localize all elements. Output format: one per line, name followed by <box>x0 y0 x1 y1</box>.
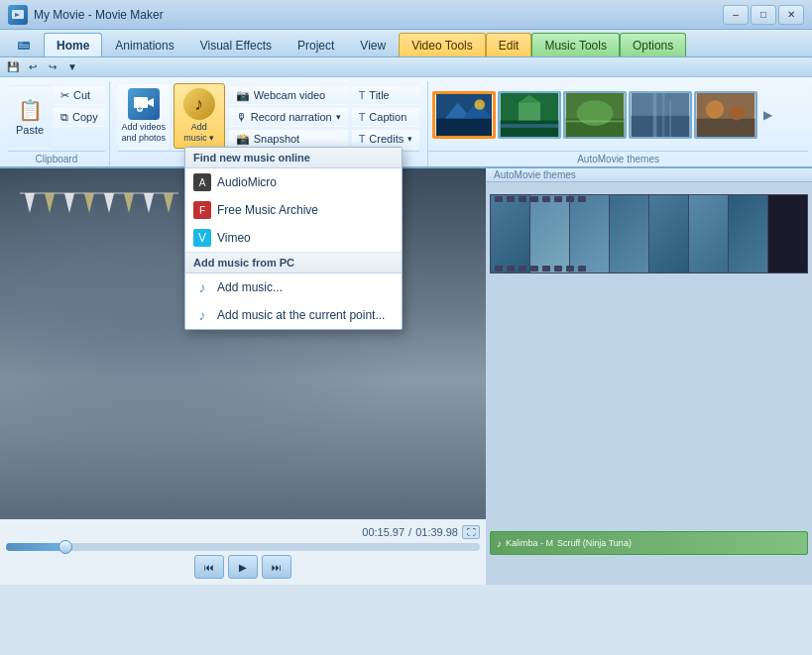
svg-rect-4 <box>19 45 29 46</box>
film-frame <box>610 195 649 273</box>
tab-edit[interactable]: Edit <box>486 33 532 56</box>
svg-rect-26 <box>632 116 690 137</box>
svg-rect-28 <box>662 93 665 137</box>
window-controls: – □ ✕ <box>723 5 804 25</box>
webcam-icon: 📷 <box>236 89 250 102</box>
sprocket-hole <box>507 196 515 202</box>
progress-bar[interactable] <box>6 543 480 551</box>
microphone-icon: 🎙 <box>236 111 247 123</box>
rewind-icon: ⏮ <box>204 562 214 573</box>
sprocket-hole <box>542 196 550 202</box>
copy-icon: ⧉ <box>60 111 68 124</box>
maximize-button[interactable]: □ <box>751 5 776 25</box>
add-music-button[interactable]: ♪ Addmusic ▾ <box>174 83 225 149</box>
sprocket-hole <box>495 266 503 272</box>
music-track-label2: Scruff (Ninja Tuna) <box>557 538 632 548</box>
svg-point-32 <box>706 100 724 118</box>
title-button[interactable]: T Title <box>352 85 420 105</box>
film-frame <box>530 195 570 273</box>
ribbon: 📋 Paste ✂ Cut ⧉ Copy Clipboard <box>0 77 812 168</box>
theme-thumb-4[interactable] <box>629 91 692 139</box>
sprocket-hole <box>530 266 538 272</box>
tab-video-tools[interactable]: Video Tools <box>399 33 486 56</box>
time-display: 00:15.97 / 01:39.98 ⛶ <box>6 525 480 539</box>
free-music-archive-item[interactable]: F Free Music Archive <box>185 196 402 224</box>
timeline-content: ♪ Kalimba - M Scruff (Ninja Tuna) <box>486 182 812 585</box>
tab-animations[interactable]: Animations <box>102 33 186 56</box>
snapshot-button[interactable]: 📸 Snapshot <box>229 129 348 149</box>
theme-thumb-5[interactable] <box>694 91 757 139</box>
webcam-video-button[interactable]: 📷 Webcam video <box>229 85 348 105</box>
add-music-label: Add music... <box>217 280 283 294</box>
tab-view[interactable]: View <box>347 33 399 56</box>
add-music-dropdown: Find new music online A AudioMicro F Fre… <box>184 147 403 330</box>
credits-button[interactable]: T Credits ▾ <box>352 129 420 149</box>
theme-thumb-3[interactable] <box>563 91 627 139</box>
find-music-online-header: Find new music online <box>185 148 402 168</box>
svg-rect-10 <box>139 107 140 111</box>
svg-rect-17 <box>501 121 559 138</box>
theme-thumb-2[interactable] <box>498 91 561 139</box>
save-quick-btn[interactable]: 💾 <box>4 58 22 76</box>
caption-icon: T <box>359 111 366 123</box>
add-videos-icon-graphic <box>128 88 160 120</box>
undo-btn[interactable]: ↩ <box>24 58 42 76</box>
svg-marker-38 <box>84 193 94 213</box>
add-music-item[interactable]: ♪ Add music... <box>185 273 402 301</box>
copy-button[interactable]: ⧉ Copy <box>54 107 105 127</box>
sprocket-hole <box>566 196 574 202</box>
svg-marker-7 <box>148 98 154 107</box>
close-button[interactable]: ✕ <box>778 5 804 25</box>
add-music-current-label: Add music at the current point... <box>217 308 385 322</box>
text-buttons-group: T Title T Caption T Credits ▾ <box>352 83 420 149</box>
quick-access-dropdown[interactable]: ▼ <box>63 58 81 76</box>
themes-scroll-right[interactable]: ▶ <box>759 91 775 139</box>
sprocket-hole <box>554 266 562 272</box>
minimize-button[interactable]: – <box>723 5 749 25</box>
fma-icon: F <box>193 201 211 219</box>
sprocket-hole <box>542 266 550 272</box>
svg-point-15 <box>475 99 486 110</box>
svg-rect-12 <box>436 119 492 137</box>
vimeo-icon: V <box>193 229 211 247</box>
fast-forward-icon: ⏭ <box>272 562 282 573</box>
add-music-icon: ♪ <box>183 88 215 120</box>
redo-btn[interactable]: ↪ <box>44 58 61 76</box>
caption-button[interactable]: T Caption <box>352 107 420 127</box>
add-music-from-pc-header: Add music from PC <box>185 253 402 273</box>
tab-project[interactable]: Project <box>285 33 347 56</box>
quick-access-toolbar: 💾 ↩ ↪ ▼ <box>0 57 812 77</box>
paste-button[interactable]: 📋 Paste <box>8 85 52 149</box>
svg-rect-24 <box>566 121 625 123</box>
progress-thumb[interactable] <box>58 540 72 554</box>
fma-label: Free Music Archive <box>217 203 318 217</box>
tab-visual-effects[interactable]: Visual Effects <box>187 33 285 56</box>
music-note-icon: ♪ <box>183 88 215 120</box>
vimeo-item[interactable]: V Vimeo <box>185 224 402 252</box>
fast-forward-button[interactable]: ⏭ <box>262 555 291 579</box>
cut-button[interactable]: ✂ Cut <box>54 85 105 105</box>
expand-button[interactable]: ⛶ <box>462 525 480 539</box>
svg-marker-37 <box>64 193 74 213</box>
svg-rect-29 <box>669 100 671 137</box>
theme-thumb-1[interactable] <box>432 91 496 139</box>
play-button[interactable]: ▶ <box>228 555 258 579</box>
tab-home[interactable]: Home <box>44 33 102 56</box>
svg-marker-35 <box>25 193 35 213</box>
tab-options[interactable]: Options <box>620 33 686 56</box>
svg-marker-40 <box>124 193 134 213</box>
svg-rect-27 <box>653 93 657 137</box>
tab-music-tools[interactable]: Music Tools <box>531 33 619 56</box>
vimeo-label: Vimeo <box>217 231 251 245</box>
svg-marker-36 <box>45 193 55 213</box>
add-music-current-point-item[interactable]: ♪ Add music at the current point... <box>185 301 402 329</box>
music-current-icon: ♪ <box>193 306 211 324</box>
record-narration-button[interactable]: 🎙 Record narration ▾ <box>229 107 348 127</box>
rewind-button[interactable]: ⏮ <box>194 555 224 579</box>
themes-group: ▶ AutoMovie themes <box>428 81 808 166</box>
sprocket-hole <box>566 266 574 272</box>
add-videos-button[interactable]: Add videosand photos <box>118 83 170 149</box>
audiomicro-item[interactable]: A AudioMicro <box>185 168 402 196</box>
svg-rect-31 <box>697 119 755 137</box>
file-menu-button[interactable] <box>4 33 44 56</box>
